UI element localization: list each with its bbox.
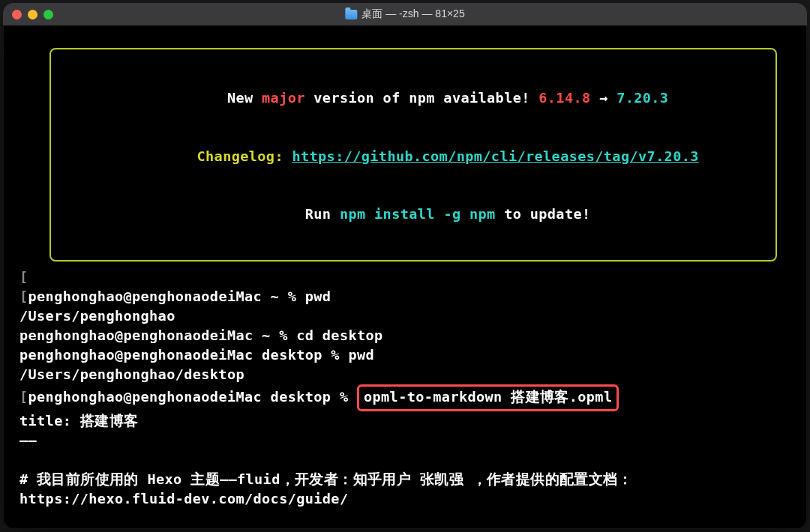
banner-line-2: Changelog: https://github.com/npm/cli/re… — [66, 127, 760, 186]
banner-changelog-label: Changelog: — [197, 148, 292, 164]
output-line: penghonghao@penghonaodeiMac ~ % cd deskt… — [20, 326, 790, 345]
output-bracket-line: [ — [20, 267, 790, 287]
banner-changelog-url[interactable]: https://github.com/npm/cli/releases/tag/… — [292, 148, 698, 164]
output-text: https://hexo.fluid-dev.com/docs/guide/ — [20, 491, 348, 507]
prompt-text: penghonghao@penghonaodeiMac desktop % — [28, 389, 357, 405]
zoom-icon[interactable] — [44, 10, 53, 19]
terminal-body[interactable]: New major version of npm available! 6.14… — [3, 25, 807, 529]
terminal-window: 桌面 — -zsh — 81×25 New major version of n… — [3, 3, 807, 529]
output-text: penghonghao@penghonaodeiMac desktop % pw… — [20, 347, 374, 363]
banner-version-text: version of npm available! — [305, 90, 539, 106]
output-line: —— — [20, 431, 790, 450]
command-text: opml-to-markdown 搭建博客.opml — [364, 389, 612, 405]
traffic-lights — [12, 10, 53, 19]
banner-line-1: New major version of npm available! 6.14… — [66, 69, 760, 127]
banner-install-cmd: npm install -g npm — [340, 206, 496, 222]
banner-line-3: Run npm install -g npm to update! — [66, 185, 760, 244]
close-icon[interactable] — [12, 10, 22, 19]
left-bracket: [ — [20, 389, 28, 405]
banner-new-ver: 7.20.3 — [616, 90, 668, 106]
left-bracket: [ — [20, 269, 28, 285]
highlighted-command: opml-to-markdown 搭建博客.opml — [357, 384, 619, 411]
banner-to-update: to update! — [496, 206, 591, 222]
banner-major: major — [262, 90, 305, 106]
npm-update-banner: New major version of npm available! 6.14… — [50, 48, 777, 262]
terminal-output: [ [penghonghao@penghonaodeiMac ~ % pwd /… — [3, 267, 807, 529]
output-text: penghonghao@penghonaodeiMac ~ % pwd — [28, 288, 332, 304]
banner-arrow: → — [591, 90, 617, 106]
output-line: /Users/penghonghao/desktop — [20, 365, 790, 384]
blank-line — [20, 509, 790, 529]
output-text: /Users/penghonghao — [20, 308, 176, 324]
left-bracket: [ — [20, 288, 28, 304]
output-line: title: 搭建博客 — [20, 411, 790, 431]
banner-old-ver: 6.14.8 — [538, 90, 590, 106]
output-text: title: 搭建博客 — [20, 413, 138, 429]
folder-icon — [345, 10, 357, 19]
output-line: [penghonghao@penghonaodeiMac desktop % o… — [20, 384, 790, 411]
titlebar[interactable]: 桌面 — -zsh — 81×25 — [3, 3, 807, 25]
output-text: penghonghao@penghonaodeiMac ~ % cd deskt… — [20, 327, 383, 343]
output-text: # 我目前所使用的 Hexo 主题——fluid，开发者：知乎用户 张凯强 ，作… — [20, 471, 632, 487]
output-line: penghonghao@penghonaodeiMac desktop % pw… — [20, 345, 790, 365]
window-title: 桌面 — -zsh — 81×25 — [345, 7, 464, 21]
banner-run: Run — [305, 206, 340, 222]
output-text: /Users/penghonghao/desktop — [20, 366, 244, 382]
minimize-icon[interactable] — [28, 10, 38, 19]
output-line: https://hexo.fluid-dev.com/docs/guide/ — [20, 489, 790, 509]
output-text: —— — [20, 432, 37, 448]
output-line: [penghonghao@penghonaodeiMac ~ % pwd — [20, 287, 790, 306]
blank-line — [20, 450, 790, 470]
banner-new: New — [227, 90, 262, 106]
output-line: # 我目前所使用的 Hexo 主题——fluid，开发者：知乎用户 张凯强 ，作… — [20, 470, 790, 489]
window-title-text: 桌面 — -zsh — 81×25 — [362, 7, 464, 21]
output-line: /Users/penghonghao — [20, 306, 790, 326]
